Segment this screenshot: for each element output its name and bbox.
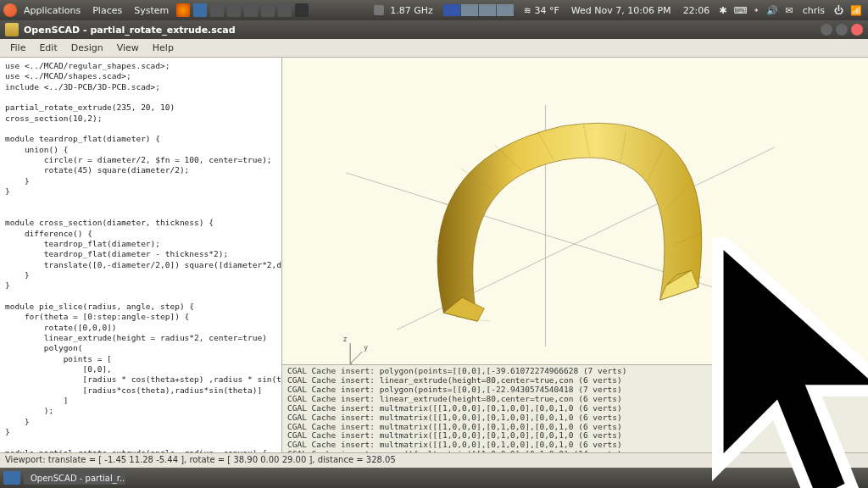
menu-view[interactable]: View [110,41,146,55]
window-title-bar[interactable]: OpenSCAD - partial_rotate_extrude.scad [0,20,868,39]
volume-icon[interactable]: 🔊 [764,5,781,16]
menu-system[interactable]: System [129,5,174,16]
app-icon-1[interactable] [210,3,224,17]
power-icon[interactable]: ⏻ [832,5,846,16]
close-button[interactable] [851,24,863,36]
axis-z-label: z [343,336,347,343]
status-bar: Viewport: translate = [ -1.45 11.28 -5.4… [0,452,868,468]
gnome-top-panel: Applications Places System 1.87 GHz ≋ 34… [0,0,868,20]
menu-applications[interactable]: Applications [19,5,86,16]
workspace-switcher[interactable] [443,4,514,16]
user-menu[interactable]: chris [798,5,830,16]
network-icon[interactable]: 📶 [848,5,865,16]
menu-edit[interactable]: Edit [32,41,64,55]
cpu-icon [374,5,384,15]
menu-design[interactable]: Design [64,41,110,55]
bluetooth-icon[interactable]: ✱ [716,5,729,16]
show-desktop-button[interactable] [3,471,20,485]
keyboard-icon[interactable]: ⌨ [732,5,750,16]
weather-indicator[interactable]: ≋ 34 °F [519,5,565,16]
menu-file[interactable]: File [3,41,32,55]
app-icon-2[interactable] [227,3,241,17]
taskbar-item-openscad[interactable]: OpenSCAD - partial_r... [24,472,125,485]
clock-24h: 22:06 [678,5,715,16]
app-menu-bar: File Edit Design View Help [0,39,868,58]
clock-date[interactable]: Wed Nov 7, 10:06 PM [566,5,676,16]
openscad-icon [5,23,19,36]
browser-icon[interactable] [193,3,207,17]
cube-icon[interactable] [295,3,309,17]
maximize-button[interactable] [836,24,848,36]
app-icon-3[interactable] [244,3,258,17]
console-output[interactable]: CGAL Cache insert: polygon(points=[[0,0]… [282,364,868,452]
code-editor[interactable]: use <../MCAD/regular_shapes.scad>; use <… [0,58,282,452]
bt2-icon[interactable]: ᛭ [751,5,762,16]
cpu-freq: 1.87 GHz [385,5,438,16]
minimize-button[interactable] [821,24,832,36]
svg-line-16 [350,363,369,364]
firefox-icon[interactable] [176,3,190,17]
right-pane: x y z CGAL Cache insert: polygon(points=… [282,58,868,452]
svg-line-1 [346,173,809,317]
svg-line-17 [350,352,362,363]
viewport-3d[interactable]: x y z [282,58,868,364]
app-icon-4[interactable] [261,3,275,17]
menu-places[interactable]: Places [87,5,127,16]
mail-icon[interactable]: ✉ [782,5,795,16]
app-icon-5[interactable] [278,3,292,17]
workspace: use <../MCAD/regular_shapes.scad>; use <… [0,58,868,452]
ubuntu-icon[interactable] [3,3,17,17]
gnome-bottom-panel: OpenSCAD - partial_r... [0,468,868,488]
window-title: OpenSCAD - partial_rotate_extrude.scad [24,25,236,36]
axis-y-label: y [364,344,368,352]
menu-help[interactable]: Help [146,41,181,55]
